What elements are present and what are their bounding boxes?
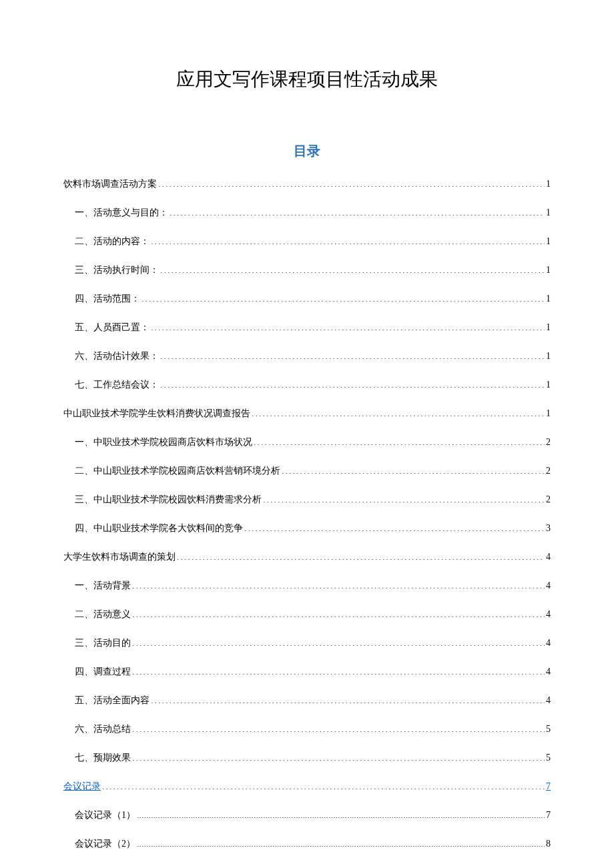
toc-entry-page: 7 [546,808,551,822]
toc-entry-page: 1 [546,205,551,220]
toc-entry: 三、活动目的4 [63,636,551,650]
toc-entry-page: 1 [546,320,551,334]
toc-entry: 四、中山职业技术学院各大饮料间的竞争3 [63,521,551,535]
toc-dots [252,407,545,416]
toc-entry-label: 一、中职业技术学院校园商店饮料市场状况 [75,435,252,449]
toc-entry-page: 4 [546,665,551,679]
toc-entry: 四、调查过程4 [63,665,551,679]
toc-entry-label: 六、活动估计效果： [75,349,159,363]
toc-entry-label: 大学生饮料市场调查的策划 [63,550,176,564]
toc-entry: 二、活动的内容：1 [63,234,551,248]
toc-entry: 七、工作总结会议：1 [63,378,551,392]
toc-dots [151,694,545,703]
toc-entry-label: 会议记录 [63,779,101,793]
toc-dots [151,321,545,330]
toc-entry-label: 四、调查过程 [75,665,131,679]
toc-dots [244,522,545,531]
toc-entry-page: 4 [546,693,551,707]
toc-entry-page: 4 [546,550,551,564]
toc-dots [141,292,545,302]
toc-dots [263,493,545,502]
toc-entry-label: 七、预期效果 [75,751,131,765]
toc-entry-page: 1 [546,349,551,363]
toc-entry: 六、活动总结5 [63,722,551,736]
toc-entry: 中山职业技术学院学生饮料消费状况调查报告1 [63,406,551,420]
toc-entry-page: 2 [546,464,551,478]
toc-dots [132,723,545,732]
toc-entry: 三、中山职业技术学院校园饮料消费需求分析2 [63,492,551,506]
toc-dots [102,780,545,789]
toc-entry-label: 一、活动意义与目的： [75,205,168,220]
toc-dots [160,378,545,388]
toc-entry-label: 四、活动范围： [75,292,140,306]
toc-dots [132,751,545,761]
toc-entry-label: 四、中山职业技术学院各大饮料间的竞争 [75,521,243,535]
toc-entry-label: 五、活动全面内容 [75,693,149,707]
toc-entry: 会议记录（1）7 [63,808,551,822]
toc-dots [132,579,545,588]
toc-entry: 一、中职业技术学院校园商店饮料市场状况2 [63,435,551,449]
toc-entry-label: 一、活动背景 [75,578,131,592]
toc-container: 饮料市场调查活动方案1一、活动意义与目的：1二、活动的内容：1三、活动执行时间：… [63,177,551,851]
toc-entry: 三、活动执行时间：1 [63,263,551,277]
toc-entry-page: 3 [546,521,551,535]
toc-entry-page: 4 [546,636,551,650]
toc-entry[interactable]: 会议记录7 [63,779,551,793]
toc-entry: 五、人员酉己置：1 [63,320,551,334]
toc-dots [160,350,545,359]
toc-dots [158,177,545,187]
toc-entry: 大学生饮料市场调查的策划4 [63,550,551,564]
toc-heading: 目录 [63,142,551,160]
toc-entry-label: 二、活动意义 [75,607,131,621]
toc-dots [137,809,545,818]
toc-dots [137,837,545,847]
toc-dots [160,264,545,273]
toc-entry-page: 7 [546,779,551,793]
toc-entry-label: 六、活动总结 [75,722,131,736]
toc-entry-label: 三、中山职业技术学院校园饮料消费需求分析 [75,492,262,506]
toc-dots [132,636,545,646]
toc-entry: 四、活动范围：1 [63,292,551,306]
toc-entry-page: 8 [546,837,551,851]
toc-entry: 二、活动意义4 [63,607,551,621]
toc-entry-page: 1 [546,177,551,191]
toc-entry-page: 1 [546,234,551,248]
toc-entry-label: 二、中山职业技术学院校园商店饮料营销环境分析 [75,464,280,478]
toc-entry-page: 1 [546,378,551,392]
toc-entry-page: 5 [546,751,551,765]
toc-entry-page: 1 [546,406,551,420]
toc-entry-label: 五、人员酉己置： [75,320,149,334]
toc-entry: 会议记录（2）8 [63,837,551,851]
toc-entry-page: 4 [546,578,551,592]
toc-entry-label: 饮料市场调查活动方案 [63,177,157,191]
toc-entry: 一、活动意义与目的：1 [63,205,551,220]
document-title: 应用文写作课程项目性活动成果 [63,67,551,92]
toc-entry: 七、预期效果5 [63,751,551,765]
toc-entry-label: 三、活动执行时间： [75,263,159,277]
toc-entry-page: 1 [546,263,551,277]
toc-entry-label: 会议记录（1） [75,808,135,822]
toc-entry-label: 二、活动的内容： [75,234,149,248]
toc-dots [177,550,545,560]
toc-entry: 五、活动全面内容4 [63,693,551,707]
toc-dots [132,608,545,617]
toc-entry-label: 三、活动目的 [75,636,131,650]
toc-entry-page: 4 [546,607,551,621]
toc-dots [151,235,545,244]
toc-entry: 饮料市场调查活动方案1 [63,177,551,191]
toc-entry-page: 2 [546,492,551,506]
toc-dots [282,464,545,474]
toc-dots [132,665,545,675]
toc-entry-page: 5 [546,722,551,736]
toc-dots [170,206,545,215]
toc-entry: 六、活动估计效果：1 [63,349,551,363]
toc-entry-label: 中山职业技术学院学生饮料消费状况调查报告 [63,406,250,420]
toc-dots [254,436,545,445]
toc-entry-label: 会议记录（2） [75,837,135,851]
toc-entry: 二、中山职业技术学院校园商店饮料营销环境分析2 [63,464,551,478]
toc-entry-page: 2 [546,435,551,449]
toc-entry-label: 七、工作总结会议： [75,378,159,392]
toc-entry-page: 1 [546,292,551,306]
toc-entry: 一、活动背景4 [63,578,551,592]
